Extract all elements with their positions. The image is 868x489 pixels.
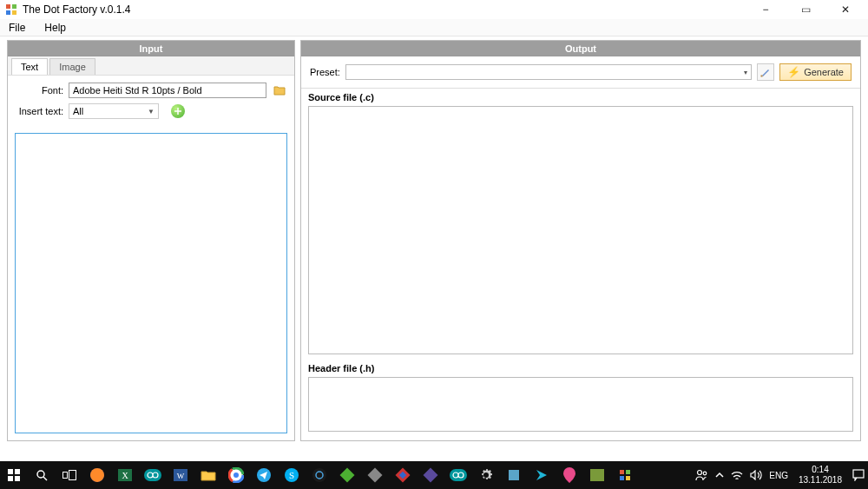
clock-time: 0:14 [799,465,842,475]
taskbar-clock[interactable]: 0:14 13.11.2018 [792,465,849,486]
taskbar-app-excel[interactable]: X [111,461,139,489]
insert-text-combo[interactable]: All ▼ [69,103,159,119]
source-file-textarea[interactable] [308,106,853,354]
taskbar-app-telegram[interactable] [250,461,278,489]
svg-rect-6 [15,469,20,474]
svg-rect-29 [368,468,383,483]
search-icon[interactable] [28,461,56,489]
svg-point-26 [312,468,326,482]
taskbar-app-dotfactory[interactable] [611,461,639,489]
svg-point-9 [37,471,44,478]
svg-point-40 [698,471,702,475]
svg-point-22 [233,472,239,478]
taskbar-app-generic-8[interactable] [583,461,611,489]
taskbar: X W S ENG 0:14 13.11.2018 [0,461,868,489]
output-panel-header: Output [301,41,860,56]
taskbar-app-generic-7[interactable] [528,461,556,489]
taskbar-app-chrome[interactable] [222,461,250,489]
bolt-icon: ⚡ [787,66,800,78]
output-panel: Output Preset: ▾ ⚡ Generate Source file … [300,40,861,441]
svg-rect-2 [6,10,10,15]
input-tabs: Text Image [8,56,294,76]
svg-rect-38 [620,476,624,480]
header-file-textarea[interactable] [308,377,853,432]
svg-rect-35 [590,469,604,481]
taskbar-app-firefox[interactable] [83,461,111,489]
language-indicator[interactable]: ENG [766,461,792,489]
font-label: Font: [15,85,63,96]
menubar: File Help [0,19,868,36]
insert-go-button[interactable] [171,104,185,118]
task-view-icon[interactable] [56,461,83,489]
svg-rect-39 [626,476,630,480]
svg-rect-3 [12,10,16,15]
svg-rect-5 [8,469,13,474]
preset-label: Preset: [310,67,340,77]
svg-rect-11 [69,471,76,480]
insert-text-label: Insert text: [15,106,63,116]
taskbar-app-generic-5[interactable] [417,461,444,489]
svg-rect-4 [761,76,763,77]
volume-icon[interactable] [746,461,766,489]
people-icon[interactable] [691,461,712,489]
svg-rect-37 [626,470,630,474]
svg-rect-28 [340,468,355,483]
taskbar-app-word[interactable]: W [167,461,194,489]
preset-combo[interactable]: ▾ [345,64,752,80]
svg-rect-36 [620,470,624,474]
notifications-icon[interactable] [849,461,868,489]
svg-rect-7 [8,476,13,481]
svg-point-41 [703,472,707,475]
clock-date: 13.11.2018 [799,475,842,486]
taskbar-app-generic-6[interactable] [500,461,528,489]
start-button[interactable] [0,461,28,489]
chevron-down-icon: ▼ [148,108,155,116]
close-button[interactable]: ✕ [833,3,858,16]
taskbar-app-generic-3[interactable] [361,461,389,489]
browse-font-button[interactable] [272,83,287,98]
taskbar-app-arduino[interactable] [139,461,167,489]
svg-rect-0 [6,4,10,9]
svg-rect-42 [853,470,864,478]
menu-file[interactable]: File [5,20,29,36]
chevron-down-icon: ▾ [744,69,747,76]
titlebar: The Dot Factory v.0.1.4 − ▭ ✕ [0,0,868,19]
taskbar-app-generic-2[interactable] [333,461,361,489]
window-title: The Dot Factory v.0.1.4 [23,3,131,16]
app-icon [5,3,17,16]
taskbar-app-generic-4[interactable] [389,461,417,489]
svg-text:S: S [289,470,294,480]
taskbar-app-maps[interactable] [556,461,583,489]
network-icon[interactable] [727,461,746,489]
taskbar-app-skype[interactable]: S [278,461,306,489]
taskbar-app-settings[interactable] [472,461,500,489]
generate-button[interactable]: ⚡ Generate [779,63,852,81]
taskbar-app-generic-1[interactable] [306,461,333,489]
input-textarea[interactable] [15,133,287,433]
source-file-label: Source file (.c) [301,89,860,104]
svg-rect-1 [12,4,16,9]
minimize-button[interactable]: − [753,3,778,16]
generate-label: Generate [804,67,844,77]
svg-text:X: X [122,471,128,480]
taskbar-app-explorer[interactable] [194,461,222,489]
maximize-button[interactable]: ▭ [793,3,818,16]
tab-text[interactable]: Text [11,58,48,75]
input-panel: Input Text Image Font: Insert text: All … [7,40,295,441]
svg-rect-34 [509,470,519,480]
font-input[interactable] [69,83,266,98]
insert-text-value: All [73,106,83,116]
svg-rect-10 [63,472,68,479]
svg-rect-32 [424,468,438,483]
tab-image[interactable]: Image [49,58,95,75]
preset-settings-button[interactable] [757,63,774,81]
tray-chevron-icon[interactable] [712,461,727,489]
svg-text:W: W [177,472,185,480]
taskbar-app-arduino-2[interactable] [444,461,472,489]
menu-help[interactable]: Help [41,20,69,36]
header-file-label: Header file (.h) [301,360,860,375]
svg-rect-8 [15,476,20,481]
input-panel-header: Input [8,41,294,56]
